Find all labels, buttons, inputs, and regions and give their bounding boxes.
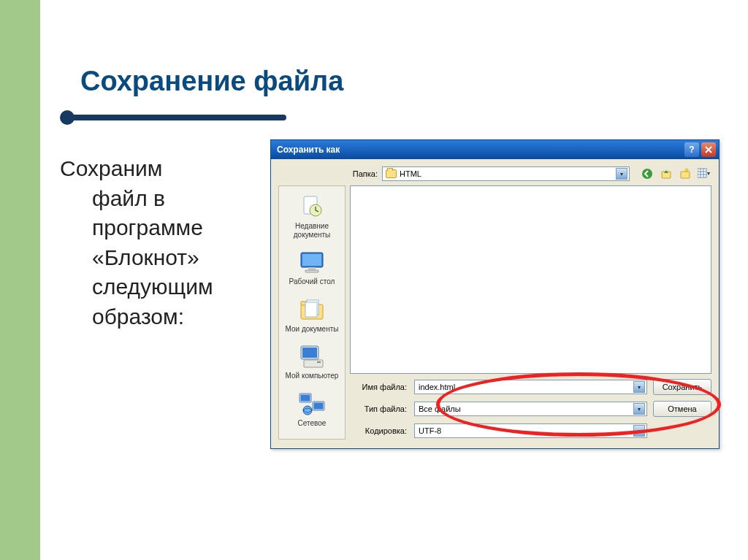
svg-rect-21 xyxy=(317,361,321,363)
folder-value: HTML xyxy=(400,169,613,178)
place-mycomputer[interactable]: Мой компьютер xyxy=(279,339,345,386)
encoding-dropdown[interactable]: UTF-8 ▾ xyxy=(414,423,647,438)
place-recent[interactable]: Недавние документы xyxy=(279,189,345,245)
svg-point-0 xyxy=(642,169,652,179)
svg-rect-13 xyxy=(305,270,318,272)
svg-rect-2 xyxy=(681,172,690,178)
filetype-label: Тип файла: xyxy=(350,404,408,413)
my-computer-icon xyxy=(297,343,327,369)
slide-title: Сохранение файла xyxy=(80,66,730,97)
cancel-button[interactable]: Отмена xyxy=(653,401,711,417)
back-icon[interactable] xyxy=(640,166,654,181)
encoding-label: Кодировка: xyxy=(350,426,408,435)
svg-rect-19 xyxy=(302,348,317,358)
slide-body-text: Сохраним файл в программе «Блокнот» след… xyxy=(60,139,257,331)
chevron-down-icon[interactable]: ▾ xyxy=(633,403,645,415)
place-desktop[interactable]: Рабочий стол xyxy=(279,245,345,292)
save-as-dialog: Сохранить как ? Папка: HTML ▾ xyxy=(270,139,720,449)
svg-rect-25 xyxy=(314,402,324,409)
place-network[interactable]: Сетевое xyxy=(279,386,345,434)
slide-content: Сохранение файла Сохраним файл в програм… xyxy=(51,66,730,449)
my-documents-icon xyxy=(297,296,327,323)
file-list-pane[interactable] xyxy=(350,185,711,374)
help-button[interactable]: ? xyxy=(684,142,699,157)
up-folder-icon[interactable] xyxy=(659,166,673,181)
folder-icon xyxy=(386,169,397,178)
folder-dropdown[interactable]: HTML ▾ xyxy=(382,166,630,181)
chevron-down-icon[interactable]: ▾ xyxy=(633,425,645,437)
svg-rect-11 xyxy=(302,254,321,266)
filetype-dropdown[interactable]: Все файлы ▾ xyxy=(414,402,647,416)
recent-documents-icon xyxy=(297,193,327,220)
places-bar: Недавние документы Рабочий стол xyxy=(278,185,346,440)
close-button[interactable] xyxy=(701,142,716,157)
svg-rect-17 xyxy=(305,302,317,317)
view-menu-icon[interactable] xyxy=(697,166,711,181)
desktop-icon xyxy=(297,249,327,275)
svg-rect-23 xyxy=(301,394,310,401)
svg-rect-20 xyxy=(304,360,323,367)
svg-rect-12 xyxy=(308,267,316,270)
slide-accent-band xyxy=(0,0,40,560)
dialog-titlebar[interactable]: Сохранить как ? xyxy=(271,140,719,159)
network-icon xyxy=(297,391,327,417)
new-folder-icon[interactable] xyxy=(678,166,692,181)
title-accent xyxy=(60,110,286,125)
svg-point-26 xyxy=(303,406,312,415)
folder-label: Папка: xyxy=(344,169,378,178)
dialog-toolbar xyxy=(634,166,711,181)
filename-label: Имя файла: xyxy=(350,383,408,391)
chevron-down-icon[interactable]: ▾ xyxy=(616,168,627,180)
save-button[interactable]: Сохранить xyxy=(653,379,711,395)
filename-input[interactable]: index.html ▾ xyxy=(414,380,647,394)
dialog-title: Сохранить как xyxy=(277,145,340,155)
chevron-down-icon[interactable]: ▾ xyxy=(633,381,645,393)
svg-rect-3 xyxy=(698,169,706,177)
place-mydocs[interactable]: Мои документы xyxy=(279,292,345,340)
